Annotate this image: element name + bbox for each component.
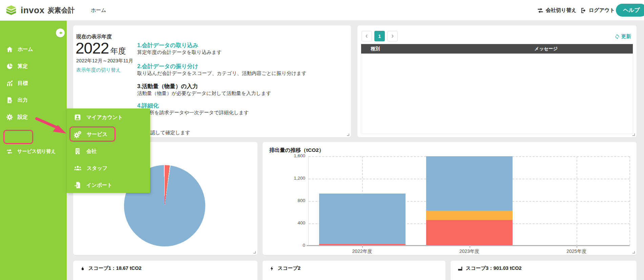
fiscal-period: 2022年12月～2023年11月 xyxy=(76,58,133,64)
step-title: 3.活動量（物量）の入力 xyxy=(137,83,271,90)
step-title[interactable]: 2.会計データの振り分け xyxy=(137,63,307,70)
bar-segment xyxy=(319,194,406,244)
step-1: 1.会計データの取り込み 算定年度の会計データを取り込みます xyxy=(137,42,222,56)
pagination-prev-button[interactable] xyxy=(361,31,372,41)
chart-growth-icon xyxy=(6,80,13,87)
submenu-item-staff[interactable]: スタッフ xyxy=(67,161,150,175)
scope1-value: スコープ1：18.67 tCO2 xyxy=(88,265,142,272)
help-button[interactable]: ヘルプ xyxy=(616,4,644,17)
fiscal-year-switch-link[interactable]: 表示年度の切り替え xyxy=(76,67,121,73)
refresh-label: 更新 xyxy=(621,33,631,40)
gears-icon xyxy=(74,131,82,138)
nav-home-tab[interactable]: ホーム xyxy=(91,0,106,21)
company-switch-label: 会社切り替え xyxy=(546,7,577,14)
axis-tick xyxy=(577,246,577,248)
step-title[interactable]: 1.会計データの取り込み xyxy=(137,42,222,49)
step-desc: 取り込んだ会計データをスコープ、カテゴリ、活動内容ごとに振り分けます xyxy=(137,70,307,77)
company-switch-button[interactable]: 会社切り替え xyxy=(537,0,577,21)
gear-icon xyxy=(6,114,13,121)
staff-group-icon xyxy=(74,164,82,172)
bar-segment xyxy=(426,211,513,220)
account-icon xyxy=(74,114,81,121)
arrow-left-icon xyxy=(57,29,64,37)
sidebar-item-service-switch[interactable]: サービス切り替え xyxy=(0,144,67,159)
fiscal-year: 2022 年度 xyxy=(76,39,126,57)
x-axis-label: 2023年度 xyxy=(442,248,497,255)
submenu-item-label: 会社 xyxy=(86,148,97,155)
y-axis-tick: 0 xyxy=(282,243,305,248)
submenu-item-import[interactable]: インポート xyxy=(67,178,150,192)
submenu-item-label: インポート xyxy=(86,182,112,188)
invox-logo-icon xyxy=(5,4,18,17)
message-table-header: 種別 メッセージ xyxy=(361,44,633,54)
sidebar-item-settings[interactable]: 設定 xyxy=(0,109,67,124)
message-table-body-empty xyxy=(361,54,633,134)
bar-segment xyxy=(319,244,406,245)
pie-chart-icon xyxy=(6,63,13,70)
app-logo[interactable]: invox 炭素会計 xyxy=(5,0,75,21)
sidebar-item-label: ホーム xyxy=(18,46,33,53)
column-header-type: 種別 xyxy=(361,46,459,52)
resize-handle[interactable] xyxy=(632,134,635,136)
submenu-item-my-account[interactable]: マイアカウント xyxy=(67,110,150,124)
bar-segment xyxy=(426,156,513,211)
logout-label: ログアウト xyxy=(589,7,615,14)
axis-tick xyxy=(362,246,363,248)
brand-suffix: 炭素会計 xyxy=(47,6,75,15)
pagination-next-button[interactable] xyxy=(387,31,398,41)
logout-button[interactable]: ログアウト xyxy=(580,0,615,21)
resize-handle[interactable] xyxy=(347,134,349,136)
submenu-item-service[interactable]: サービス xyxy=(67,127,150,141)
sidebar-item-output[interactable]: 出力 xyxy=(0,93,67,107)
scope3-value: スコープ3：901.03 tCO2 xyxy=(466,265,522,272)
sidebar-item-label: 目標 xyxy=(18,80,28,86)
gridline xyxy=(577,156,577,246)
settings-submenu: マイアカウント サービス 会社 xyxy=(67,108,150,193)
scope3-card: スコープ3：901.03 tCO2 xyxy=(451,261,637,280)
submenu-item-company[interactable]: 会社 xyxy=(67,144,150,158)
file-import-icon xyxy=(74,181,81,189)
file-export-icon xyxy=(6,97,13,104)
resize-handle[interactable] xyxy=(632,251,635,254)
sidebar-item-home[interactable]: ホーム xyxy=(0,42,67,57)
step-5: 認して確定します xyxy=(150,129,190,136)
step-title[interactable]: 4.詳細化 xyxy=(137,102,236,109)
sidebar-item-label: 算定 xyxy=(18,63,28,69)
step-desc: 所を請求データや一次データで詳細化します xyxy=(149,109,249,116)
chevron-right-icon xyxy=(390,34,395,38)
step-3: 3.活動量（物量）の入力 活動量（物量）が必要なデータに対して活動量を入力します xyxy=(137,83,271,97)
gridline xyxy=(307,245,630,246)
sidebar-item-label: 設定 xyxy=(18,114,28,120)
building-icon xyxy=(74,147,81,155)
refresh-button[interactable]: 更新 xyxy=(615,33,631,40)
flame-icon xyxy=(80,266,85,271)
resize-handle[interactable] xyxy=(253,251,256,254)
brand-name: invox xyxy=(21,5,44,16)
y-axis-tick: 400 xyxy=(282,220,305,225)
chevron-left-icon xyxy=(365,34,369,38)
sidebar: ホーム 算定 目標 出力 xyxy=(0,21,67,280)
sidebar-item-target[interactable]: 目標 xyxy=(0,76,67,91)
scope2-card: スコープ2 xyxy=(263,261,445,280)
step-desc: 認して確定します xyxy=(150,129,190,136)
home-icon xyxy=(6,46,13,53)
pagination-page-1[interactable]: 1 xyxy=(374,31,385,41)
sidebar-item-calculation[interactable]: 算定 xyxy=(0,59,67,74)
bar-segment xyxy=(426,220,513,245)
column-header-message: メッセージ xyxy=(459,46,633,52)
sidebar-collapse-button[interactable] xyxy=(56,28,65,37)
logout-icon xyxy=(580,7,587,14)
gridline xyxy=(629,156,630,246)
step-4: 4.詳細化 所を請求データや一次データで詳細化します xyxy=(137,102,236,116)
fiscal-year-value: 2022 xyxy=(76,39,109,57)
axis-tick xyxy=(470,246,470,248)
x-axis-label: 2022年度 xyxy=(335,248,389,255)
emission-bar-chart: 04008001,2001,6002022年度2023年度2025年度 xyxy=(308,156,630,246)
x-axis-label: 2025年度 xyxy=(549,248,604,255)
bar-chart-title: 排出量の推移（tCO2） xyxy=(269,147,324,154)
y-axis-tick: 800 xyxy=(282,198,305,203)
submenu-item-label: サービス xyxy=(87,131,107,138)
lightning-icon xyxy=(269,266,275,271)
submenu-item-label: スタッフ xyxy=(87,165,107,172)
message-panel: 1 更新 種別 メッセージ xyxy=(357,25,637,137)
